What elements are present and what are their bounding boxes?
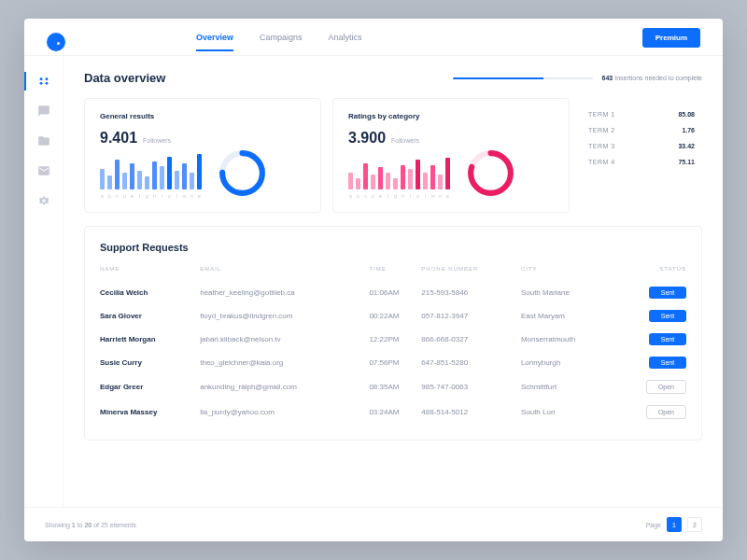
table-row: Edgar Greerankunding_ralph@gmail.com08:3… (100, 374, 686, 399)
metric-value: 9.401 (100, 130, 137, 147)
progress-text: 643 Insertions needed to complete (602, 75, 702, 81)
settings-icon[interactable] (37, 194, 50, 207)
title-row: Data overview 643 Insertions needed to c… (84, 71, 702, 85)
bar (430, 165, 435, 189)
svg-point-1 (45, 77, 48, 80)
header: Overview Campaigns Analytics Premium (24, 19, 723, 56)
svg-point-3 (45, 82, 48, 85)
status-badge[interactable]: Open (646, 405, 686, 419)
bar (175, 171, 179, 189)
bar (107, 175, 112, 189)
bar (416, 160, 420, 189)
bar (356, 178, 360, 189)
tab-overview[interactable]: Overview (196, 33, 233, 51)
bar (182, 163, 187, 189)
folder-icon[interactable] (37, 134, 50, 147)
bar (386, 173, 390, 189)
status-badge[interactable]: Sent (649, 287, 686, 299)
bar (408, 169, 413, 189)
ratings-bars (348, 152, 450, 189)
page-2-button[interactable]: 2 (687, 517, 702, 532)
bar (371, 175, 375, 189)
dashboard-icon[interactable] (37, 75, 50, 88)
support-table: NAMEEMAILTIMEPHONE NUMBERCITYSTATUS Ceci… (100, 266, 686, 425)
table-row: Susie Currytheo_gleichner@kaia.org07:56P… (100, 351, 686, 374)
term-row: TERM 333.42 (588, 143, 695, 149)
progress-bar (453, 77, 593, 79)
general-results-card: General results 9.401Followers abcdefghi… (84, 98, 321, 213)
mail-icon[interactable] (37, 164, 50, 177)
bar (393, 178, 398, 189)
bar (130, 163, 134, 189)
status-badge[interactable]: Sent (649, 310, 686, 322)
ratings-bar-labels: abcdefghiolmne (348, 193, 450, 199)
metric-label: Followers (143, 137, 171, 144)
status-badge[interactable]: Sent (649, 357, 686, 369)
card-title: General results (100, 112, 305, 120)
page-controls: Page 1 2 (646, 517, 702, 532)
body: Data overview 643 Insertions needed to c… (24, 56, 723, 507)
progress-wrap: 643 Insertions needed to complete (453, 75, 702, 81)
bar (348, 173, 353, 189)
support-card: Support Requests NAMEEMAILTIMEPHONE NUMB… (84, 226, 702, 441)
bar (190, 173, 194, 189)
general-donut (217, 147, 268, 199)
pagination-info: Showing 1 to 20 of 25 elements (45, 522, 136, 528)
metric-label: Followers (391, 137, 419, 144)
status-badge[interactable]: Open (646, 380, 686, 394)
table-row: Minerva Masseylia_purdy@yahoo.com03:24AM… (100, 399, 686, 425)
page-title: Data overview (84, 71, 165, 85)
bar (423, 173, 428, 189)
card-title: Ratings by category (348, 112, 554, 120)
bar (115, 160, 120, 189)
top-tabs: Overview Campaigns Analytics (196, 33, 362, 51)
svg-point-2 (39, 82, 42, 85)
bar (167, 157, 172, 189)
ratings-card: Ratings by category 3.900Followers abcde… (332, 98, 570, 213)
sidebar (24, 56, 63, 507)
tab-analytics[interactable]: Analytics (329, 33, 362, 51)
bar (100, 169, 105, 189)
main-content: Data overview 643 Insertions needed to c… (63, 56, 723, 507)
tab-campaigns[interactable]: Campaigns (260, 33, 303, 51)
support-title: Support Requests (100, 242, 686, 253)
general-bars (100, 152, 202, 189)
app-window: Overview Campaigns Analytics Premium Dat… (24, 19, 723, 541)
status-badge[interactable]: Sent (649, 333, 686, 345)
term-row: TERM 185.08 (588, 111, 695, 118)
table-row: Harriett Morganjabari.kilback@nelson.tv1… (100, 328, 686, 351)
bar (445, 158, 450, 189)
ratings-donut (465, 147, 516, 199)
bar (122, 173, 127, 189)
premium-button[interactable]: Premium (642, 28, 700, 48)
bar (438, 175, 443, 189)
terms-list: TERM 185.08TERM 21.76TERM 333.42TERM 475… (581, 98, 702, 213)
bar (363, 163, 368, 189)
bar (401, 165, 405, 189)
general-bar-labels: abcdefghiolmne (100, 193, 202, 199)
term-row: TERM 475.11 (588, 159, 695, 165)
cards-row: General results 9.401Followers abcdefghi… (84, 98, 702, 213)
bar (145, 176, 149, 189)
table-row: Sara Gloverfloyd_brakus@lindgren.com00:2… (100, 304, 686, 328)
svg-point-0 (39, 77, 42, 80)
logo-icon (47, 33, 65, 51)
bar (197, 154, 202, 189)
footer: Showing 1 to 20 of 25 elements Page 1 2 (24, 507, 723, 541)
table-row: Cecilia Welchheather_keeling@gottlieb.ca… (100, 281, 686, 304)
bar (152, 161, 157, 189)
page-1-button[interactable]: 1 (667, 517, 682, 532)
chat-icon[interactable] (37, 105, 50, 118)
term-row: TERM 21.76 (588, 127, 695, 133)
bar (160, 166, 164, 189)
page-label: Page (646, 522, 661, 528)
metric-value: 3.900 (348, 130, 386, 147)
bar (378, 167, 383, 189)
bar (137, 171, 142, 189)
